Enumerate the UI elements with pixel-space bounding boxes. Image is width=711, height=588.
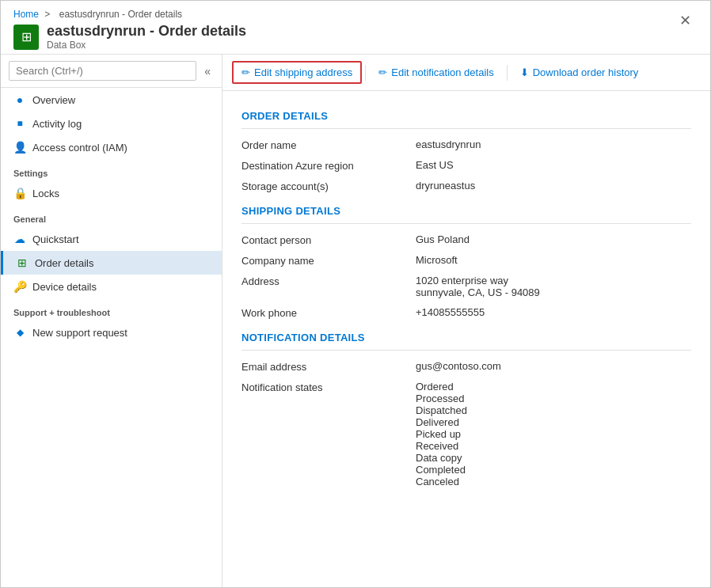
sidebar-section-general: General ☁ Quickstart ⊞ Order details 🔑 D…: [1, 205, 222, 298]
notification-state-processed: Processed: [416, 393, 691, 404]
sidebar-item-order-details-label: Order details: [35, 257, 93, 269]
notification-states-value: Ordered Processed Dispatched Delivered P…: [416, 381, 691, 487]
work-phone-label: Work phone: [241, 306, 416, 319]
sidebar-item-access-control-label: Access control (IAM): [32, 142, 127, 154]
order-details-icon: ⊞: [16, 256, 29, 269]
notification-state-received: Received: [416, 440, 691, 452]
address-value: 1020 enterprise way sunnyvale, CA, US - …: [416, 275, 691, 298]
sidebar: « ● Overview ■ Activity log 👤 Access con…: [1, 55, 222, 587]
company-name-label: Company name: [241, 254, 416, 267]
sidebar-item-device-details[interactable]: 🔑 Device details: [1, 275, 222, 298]
email-address-row: Email address gus@contoso.com: [241, 360, 691, 373]
sidebar-item-new-support-request[interactable]: ◆ New support request: [1, 321, 222, 344]
order-details-section-header: ORDER DETAILS: [241, 110, 691, 129]
databox-icon-symbol: ⊞: [21, 29, 32, 44]
sidebar-item-quickstart[interactable]: ☁ Quickstart: [1, 227, 222, 251]
sidebar-section-main: ● Overview ■ Activity log 👤 Access contr…: [1, 88, 222, 159]
toolbar-divider-2: [507, 65, 508, 81]
contact-person-value: Gus Poland: [416, 233, 691, 245]
work-phone-row: Work phone +14085555555: [241, 306, 691, 319]
address-line1: 1020 enterprise way: [416, 275, 691, 286]
contact-person-row: Contact person Gus Poland: [241, 233, 691, 246]
sidebar-item-new-support-request-label: New support request: [32, 327, 127, 339]
notification-state-delivered: Delivered: [416, 416, 691, 428]
sidebar-item-activity-log[interactable]: ■ Activity log: [1, 112, 222, 135]
locks-icon: 🔒: [13, 187, 26, 199]
access-control-icon: 👤: [13, 141, 26, 154]
sidebar-item-locks[interactable]: 🔒 Locks: [1, 181, 222, 205]
destination-region-row: Destination Azure region East US: [241, 159, 691, 172]
support-section-label: Support + troubleshoot: [1, 298, 222, 321]
sidebar-item-locks-label: Locks: [32, 188, 59, 199]
breadcrumb-home[interactable]: Home: [13, 9, 39, 20]
toolbar: ✏ Edit shipping address ✏ Edit notificat…: [222, 55, 710, 91]
sidebar-item-overview[interactable]: ● Overview: [1, 88, 222, 112]
close-button[interactable]: ✕: [673, 9, 698, 32]
search-bar: «: [1, 55, 222, 88]
databox-icon: ⊞: [13, 25, 39, 50]
order-name-row: Order name eastusdrynrun: [241, 138, 691, 151]
edit-notification-details-button[interactable]: ✏ Edit notification details: [369, 61, 503, 84]
main-window: Home > eastusdrynrun - Order details ⊞ e…: [0, 0, 711, 588]
title-row: ⊞ eastusdrynrun - Order details Data Box: [13, 23, 246, 51]
edit-notification-label: Edit notification details: [391, 66, 493, 78]
order-name-label: Order name: [241, 138, 416, 151]
order-name-value: eastusdrynrun: [416, 138, 691, 150]
main-layout: « ● Overview ■ Activity log 👤 Access con…: [1, 55, 710, 587]
device-details-icon: 🔑: [13, 280, 26, 293]
page-title: eastusdrynrun - Order details: [47, 23, 246, 40]
work-phone-value: +14085555555: [416, 306, 691, 318]
shipping-details-section-header: SHIPPING DETAILS: [241, 205, 691, 224]
edit-shipping-icon: ✏: [241, 66, 250, 78]
sidebar-item-order-details[interactable]: ⊞ Order details: [1, 251, 222, 275]
notification-details-section-header: NOTIFICATION DETAILS: [241, 332, 691, 351]
sidebar-section-settings: Settings 🔒 Locks: [1, 159, 222, 205]
notification-state-picked-up: Picked up: [416, 428, 691, 440]
notification-states-row: Notification states Ordered Processed Di…: [241, 381, 691, 487]
toolbar-divider-1: [365, 65, 366, 81]
sidebar-item-overview-label: Overview: [32, 94, 75, 106]
download-history-label: Download order history: [533, 66, 639, 78]
sidebar-item-activity-log-label: Activity log: [32, 118, 82, 130]
breadcrumb-separator: >: [44, 9, 50, 20]
address-row: Address 1020 enterprise way sunnyvale, C…: [241, 275, 691, 298]
sidebar-item-quickstart-label: Quickstart: [32, 233, 79, 245]
address-label: Address: [241, 275, 416, 287]
edit-notification-icon: ✏: [378, 66, 387, 78]
edit-shipping-address-button[interactable]: ✏ Edit shipping address: [232, 61, 362, 84]
edit-shipping-label: Edit shipping address: [254, 66, 352, 78]
title-text: eastusdrynrun - Order details Data Box: [47, 23, 246, 51]
company-name-row: Company name Microsoft: [241, 254, 691, 267]
new-support-request-icon: ◆: [13, 326, 26, 339]
address-line2: sunnyvale, CA, US - 94089: [416, 286, 691, 298]
title-bar-left: Home > eastusdrynrun - Order details ⊞ e…: [13, 9, 246, 51]
notification-states-label: Notification states: [241, 381, 416, 393]
quickstart-icon: ☁: [13, 233, 26, 245]
general-section-label: General: [1, 205, 222, 227]
settings-section-label: Settings: [1, 159, 222, 181]
email-address-value: gus@contoso.com: [416, 360, 691, 372]
company-name-value: Microsoft: [416, 254, 691, 266]
storage-account-value: dryruneastus: [416, 180, 691, 192]
download-history-icon: ⬇: [520, 66, 529, 78]
collapse-button[interactable]: «: [201, 63, 214, 79]
search-input[interactable]: [9, 61, 196, 81]
title-bar: Home > eastusdrynrun - Order details ⊞ e…: [1, 1, 710, 55]
download-order-history-button[interactable]: ⬇ Download order history: [511, 61, 648, 84]
breadcrumb: Home > eastusdrynrun - Order details: [13, 9, 246, 20]
content-area: ✏ Edit shipping address ✏ Edit notificat…: [222, 55, 710, 587]
notification-state-dispatched: Dispatched: [416, 404, 691, 416]
destination-region-label: Destination Azure region: [241, 159, 416, 172]
notification-state-canceled: Canceled: [416, 476, 691, 487]
breadcrumb-current: eastusdrynrun - Order details: [59, 9, 182, 20]
storage-account-label: Storage account(s): [241, 180, 416, 192]
overview-icon: ●: [13, 93, 26, 106]
sidebar-item-device-details-label: Device details: [32, 281, 97, 293]
page-subtitle: Data Box: [47, 40, 246, 51]
destination-region-value: East US: [416, 159, 691, 171]
notification-state-ordered: Ordered: [416, 381, 691, 393]
contact-person-label: Contact person: [241, 233, 416, 246]
activity-log-icon: ■: [13, 117, 26, 130]
sidebar-item-access-control[interactable]: 👤 Access control (IAM): [1, 135, 222, 159]
sidebar-section-support: Support + troubleshoot ◆ New support req…: [1, 298, 222, 344]
